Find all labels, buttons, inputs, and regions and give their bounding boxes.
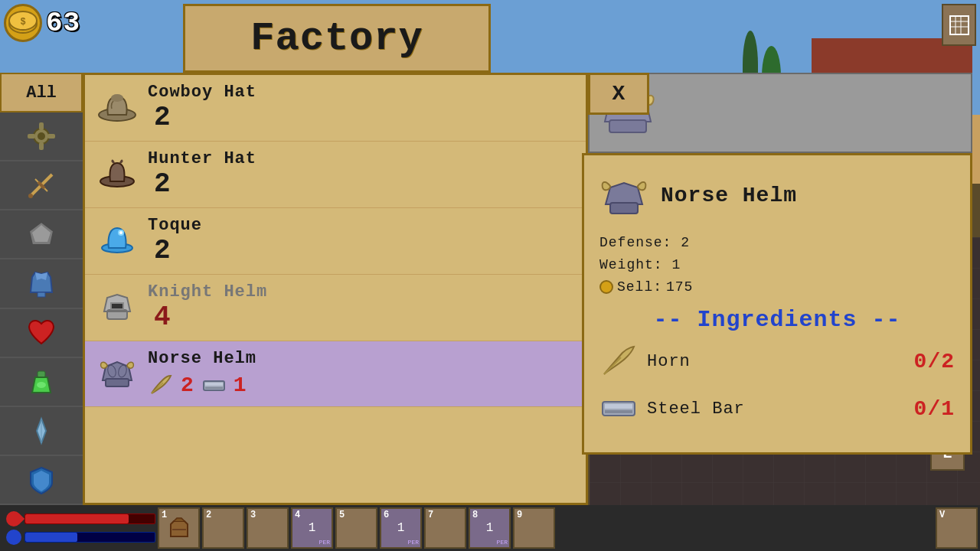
svg-rect-6 xyxy=(28,134,35,139)
knight-helm-icon xyxy=(96,287,139,329)
craft-item-toque[interactable]: Toque 2 xyxy=(85,208,586,275)
health-bar-row xyxy=(6,511,155,527)
svg-point-8 xyxy=(38,132,45,140)
svg-point-21 xyxy=(111,94,123,102)
knight-helm-name: Knight Helm xyxy=(148,282,267,302)
hotbar-slot-9[interactable]: 9 xyxy=(513,507,555,549)
hotbar-slot-3[interactable]: 3 xyxy=(247,507,289,549)
health-bar-bg xyxy=(24,514,155,524)
coin-count: 63 xyxy=(46,8,80,39)
svg-rect-40 xyxy=(605,410,632,413)
gear-icon xyxy=(21,116,61,156)
detail-stats: Defense: 2 Weight: 1 Sell: 175 xyxy=(599,232,955,298)
svg-rect-42 xyxy=(172,529,186,530)
svg-rect-34 xyxy=(205,383,223,386)
factory-title: Factory xyxy=(250,16,423,61)
ingredient-row-steel-bar: Steel Bar 0/1 xyxy=(599,390,955,428)
hotbar-slot-6-per[interactable]: 6 PER 1 xyxy=(380,507,422,549)
svg-rect-37 xyxy=(610,203,638,214)
ingredient-row-horn: Horn 0/2 xyxy=(599,342,955,380)
sidebar-item-shield[interactable] xyxy=(0,456,83,505)
map-button[interactable] xyxy=(942,4,976,46)
hotbar-slot-7[interactable]: 7 xyxy=(424,507,466,549)
knight-helm-count: 4 xyxy=(154,302,172,333)
per-label-area: 4 PER 1 xyxy=(291,507,333,549)
hotbar-slot-v[interactable]: V xyxy=(936,507,978,549)
per-slot-area: 6 PER 1 xyxy=(380,507,422,549)
sidebar-item-gear[interactable] xyxy=(0,112,83,161)
mana-bar-row xyxy=(6,530,155,545)
craft-item-norse-helm-info: Norse Helm 2 1 xyxy=(148,349,256,399)
craft-item-knight-helm[interactable]: Knight Helm 4 xyxy=(85,275,586,341)
close-button[interactable]: X xyxy=(588,73,649,115)
sell-coin-icon xyxy=(599,280,613,294)
health-icon xyxy=(3,508,24,530)
health-bar-fill xyxy=(25,514,129,523)
svg-point-12 xyxy=(28,194,33,198)
svg-rect-39 xyxy=(605,404,632,409)
steel-bar-ingredient-icon xyxy=(201,372,227,399)
svg-rect-4 xyxy=(39,122,44,130)
mana-bar-bg xyxy=(24,532,155,543)
craft-item-norse-helm[interactable]: Norse Helm 2 1 xyxy=(85,341,586,407)
sidebar-item-health[interactable] xyxy=(0,309,83,358)
detail-panel: Norse Helm Defense: 2 Weight: 1 Sell: 17… xyxy=(582,153,972,455)
sidebar-all-button[interactable]: All xyxy=(0,73,83,112)
top-hud: $ 63 Factory xyxy=(0,0,980,73)
toque-name: Toque xyxy=(148,216,202,235)
cowboy-hat-icon xyxy=(96,87,139,129)
horn-row-name: Horn xyxy=(647,352,905,371)
stone-icon xyxy=(21,214,61,254)
sidebar-item-weapon[interactable] xyxy=(0,161,83,210)
detail-header: Norse Helm xyxy=(599,171,955,220)
norse-helm-ingredients: 2 1 xyxy=(148,372,256,399)
sidebar-item-material[interactable] xyxy=(0,210,83,259)
svg-rect-36 xyxy=(609,120,646,132)
svg-rect-28 xyxy=(112,304,122,308)
status-bars xyxy=(2,507,155,549)
craft-item-hunter-hat[interactable]: Hunter Hat 2 xyxy=(85,142,586,208)
ingredients-header: -- Ingredients -- xyxy=(599,307,955,333)
craft-item-hunter-hat-info: Hunter Hat 2 xyxy=(148,149,256,200)
horn-row-icon xyxy=(599,342,638,380)
svg-rect-16 xyxy=(38,371,45,377)
hotbar-slot-1[interactable]: 1 xyxy=(158,507,200,549)
svg-rect-30 xyxy=(106,379,129,386)
svg-text:$: $ xyxy=(20,17,25,28)
horn-row-count: 0/2 xyxy=(914,350,955,373)
hotbar-slot-4-per[interactable]: 4 PER 1 xyxy=(291,507,333,549)
svg-rect-15 xyxy=(38,292,45,297)
sword-icon xyxy=(21,165,61,205)
sidebar-item-potion[interactable] xyxy=(0,358,83,407)
svg-point-17 xyxy=(37,382,46,388)
toque-count: 2 xyxy=(154,235,172,266)
hotbar-slot-5[interactable]: 5 xyxy=(335,507,377,549)
coin-icon: $ xyxy=(4,4,42,42)
coin-display: $ 63 xyxy=(4,4,80,42)
steel-bar-row-name: Steel Bar xyxy=(647,399,905,419)
hunter-hat-count: 2 xyxy=(154,168,172,200)
sidebar-item-blade[interactable] xyxy=(0,407,83,456)
blade-icon xyxy=(21,411,61,451)
steel-bar-row-count: 0/1 xyxy=(914,397,955,421)
cowboy-hat-count: 2 xyxy=(154,102,172,133)
sidebar-item-armor[interactable] xyxy=(0,259,83,308)
craft-item-knight-helm-info: Knight Helm 4 xyxy=(148,282,267,333)
defense-stat: Defense: 2 xyxy=(599,232,955,254)
svg-rect-5 xyxy=(39,142,44,150)
svg-point-25 xyxy=(119,231,122,234)
horn-ingredient-icon xyxy=(148,372,175,399)
craft-item-cowboy-hat[interactable]: Cowboy Hat 2 xyxy=(85,75,586,142)
crafting-panel[interactable]: Cowboy Hat 2 Hunter Hat 2 xyxy=(83,73,588,505)
svg-rect-43 xyxy=(950,16,969,34)
craft-item-cowboy-hat-info: Cowboy Hat 2 xyxy=(148,83,256,133)
bottom-hotbar: 1 2 3 4 PER 1 5 6 PER xyxy=(0,505,980,551)
hotbar-slot-2[interactable]: 2 xyxy=(202,507,244,549)
armor-icon xyxy=(21,263,61,303)
hunter-hat-icon xyxy=(96,154,139,196)
svg-rect-35 xyxy=(205,387,223,389)
shield-icon xyxy=(21,460,61,500)
hotbar-slot-8-per[interactable]: 8 PER 1 xyxy=(469,507,511,549)
mana-bar-fill xyxy=(25,533,77,542)
steel-bar-row-icon xyxy=(599,390,638,428)
